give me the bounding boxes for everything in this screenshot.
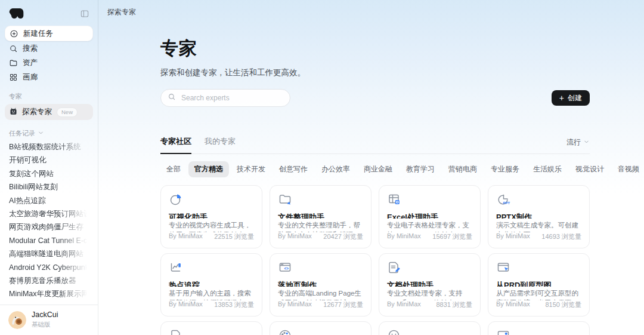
card-views: 12677 浏览量 [323, 300, 363, 309]
task-item[interactable]: 复刻这个网站 [9, 167, 89, 180]
task-item[interactable]: Bilibili网站复刻 [9, 180, 89, 193]
expert-card[interactable]: 可视化助手 专业的视觉内容生成工具，使用AI图像生成从零创建演示文稿、信息图、.… [160, 185, 262, 248]
task-item[interactable]: 太空旅游奢华预订网站设计 [9, 207, 89, 220]
sidebar-header [5, 5, 93, 26]
minimax-logo-icon [8, 7, 24, 20]
card-description: 专业电子表格处理专家，支持 Excel/XLSX 的创建、编辑、数据分... [387, 221, 472, 232]
browser-cursor-icon [496, 260, 581, 275]
folder-icon [9, 59, 18, 67]
sidebar-item-assets[interactable]: 资产 [5, 56, 93, 70]
search-input[interactable] [180, 93, 283, 103]
category-pill[interactable]: 音视频 [612, 161, 644, 177]
category-pill[interactable]: 商业金融 [358, 161, 398, 177]
card-views: 14693 浏览量 [541, 232, 581, 241]
expert-card[interactable]: 图像创作 [488, 321, 590, 335]
category-pill[interactable]: 视觉设计 [569, 161, 610, 177]
plus-icon: + [559, 94, 564, 102]
category-pill[interactable]: 专业服务 [485, 161, 525, 177]
card-description: 基于用户输入的主题，搜索最新信源、挖掘近期爆点话题，并生成高质... [169, 289, 254, 300]
ppt-icon: PPT [496, 192, 581, 207]
card-title: 热点追踪 [169, 280, 254, 287]
category-pill[interactable]: 创意写作 [273, 161, 314, 177]
search-box[interactable] [160, 89, 290, 107]
task-item[interactable]: B站视频数据统计系统 [9, 140, 89, 153]
svg-text:<>: <> [284, 266, 289, 271]
category-pill[interactable]: 办公效率 [315, 161, 356, 177]
topbar: 探索专家 [98, 0, 644, 24]
task-item[interactable]: Modular Cat Tunnel E-co... [9, 234, 89, 247]
expert-card[interactable]: 文档处理助手 专业文档处理专家，支持 PDF 和 DOCX 的创建、转换、提取和… [379, 253, 481, 316]
card-title: Excel处理助手 [387, 212, 472, 219]
task-item[interactable]: MiniMax年度更新展示网站 [9, 287, 89, 300]
browser-code-icon: <> [278, 260, 363, 275]
category-pill[interactable]: 生活娱乐 [527, 161, 568, 177]
expert-card[interactable]: Icon制作 [270, 321, 371, 335]
task-item[interactable]: 网页游戏肉鸽僵尸生存 [9, 220, 89, 233]
card-author: By MiniMax [387, 232, 421, 241]
page-title: 专家 [160, 36, 590, 61]
card-views: 20427 浏览量 [323, 232, 363, 241]
card-description: 专业的文件夹整理助手，帮助用户安全地整理和清理文件夹。在清理前自... [278, 221, 363, 232]
category-pill[interactable]: 全部 [160, 161, 187, 177]
new-badge: New [57, 107, 78, 117]
sidebar-item-search[interactable]: 搜索 [5, 41, 93, 56]
search-row: + 创建 [160, 89, 590, 107]
card-description: 从产品需求到可交互原型的完整工作流。当用户需要：1) 撰写产品需求... [496, 289, 581, 300]
category-pill[interactable]: 技术开发 [231, 161, 271, 177]
tabs-row: 专家社区我的专家 流行 [160, 136, 590, 154]
task-list: B站视频数据统计系统开销可视化复刻这个网站Bilibili网站复刻AI热点追踪太… [5, 140, 93, 301]
main-area: 探索专家 专家 探索和创建专家，让生活和工作更高效。 + 创建 专家社区我的专家… [98, 0, 644, 335]
breadcrumb: 探索专家 [107, 7, 136, 17]
card-description: 专业的视觉内容生成工具，使用AI图像生成从零创建演示文稿、信息图、... [169, 221, 254, 232]
sidebar-item-new-task[interactable]: 新建任务 [5, 26, 93, 41]
tasks-section-toggle[interactable]: 任务记录 [5, 129, 93, 138]
spreadsheet-icon [387, 192, 472, 207]
expert-card[interactable]: <> 落地页制作 专业的高端Landing Page生成工具，创建视觉震撼、设计… [270, 253, 371, 316]
folder-move-icon [278, 192, 363, 207]
app: 新建任务 搜索 资产 画廊 专家 探索专家 New 任务记录 B站视频数据统计系… [0, 0, 644, 335]
sidebar-item-explore-experts[interactable]: 探索专家 New [5, 104, 93, 120]
create-button-label: 创建 [568, 93, 582, 103]
plus-circle-icon [10, 29, 18, 38]
sidebar: 新建任务 搜索 资产 画廊 专家 探索专家 New 任务记录 B站视频数据统计系… [0, 0, 98, 335]
avatar [8, 311, 26, 329]
card-author: By MiniMax [278, 300, 312, 309]
tab[interactable]: 专家社区 [160, 136, 191, 154]
page-subtitle: 探索和创建专家，让生活和工作更高效。 [160, 67, 590, 78]
smiley-icon [387, 328, 472, 335]
expert-card[interactable]: 热点追踪 基于用户输入的主题，搜索最新信源、挖掘近期爆点话题，并生成高质... … [160, 253, 262, 316]
card-title: 从PRD到原型图 [496, 280, 581, 287]
collapse-sidebar-icon[interactable] [80, 9, 89, 19]
card-views: 22515 浏览量 [214, 232, 254, 241]
card-description: 专业的高端Landing Page生成工具，创建视觉震撼、设计精良的网页。 [278, 289, 363, 300]
user-profile[interactable]: JackCui 基础版 [0, 305, 98, 329]
category-pill[interactable]: 官方精选 [188, 161, 229, 177]
card-views: 15697 浏览量 [432, 232, 472, 241]
task-item[interactable]: AI热点追踪 [9, 194, 89, 207]
tab[interactable]: 我的专家 [205, 136, 236, 153]
search-icon [9, 44, 18, 53]
card-views: 8150 浏览量 [545, 300, 581, 309]
expert-card[interactable]: 从PRD到原型图 从产品需求到可交互原型的完整工作流。当用户需要：1) 撰写产品… [488, 253, 590, 316]
card-author: By MiniMax [278, 232, 312, 241]
robot-icon [9, 107, 18, 118]
card-title: 可视化助手 [169, 212, 254, 219]
expert-card[interactable]: 文件整理助手 专业的文件夹整理助手，帮助用户安全地整理和清理文件夹。在清理前自.… [270, 185, 371, 248]
category-pill[interactable]: 教育学习 [400, 161, 441, 177]
create-button[interactable]: + 创建 [552, 90, 590, 106]
sort-dropdown[interactable]: 流行 [566, 137, 590, 153]
chevron-down-icon [583, 139, 590, 147]
expert-card[interactable]: Excel处理助手 专业电子表格处理专家，支持 Excel/XLSX 的创建、编… [379, 185, 481, 248]
task-item[interactable]: Android Y2K Cyberpunk UI [9, 261, 89, 274]
expert-card[interactable]: GIF动图表情包 [379, 321, 481, 335]
grid-icon [9, 73, 18, 82]
sidebar-item-gallery[interactable]: 画廊 [5, 70, 93, 84]
task-item[interactable]: 高端猫咪隧道电商网站 [9, 247, 89, 260]
card-author: By MiniMax [169, 300, 203, 309]
expert-card[interactable]: 故事视频生成 [160, 321, 262, 335]
palette-icon [278, 328, 363, 335]
task-item[interactable]: 赛博朋克音乐播放器 [9, 274, 89, 287]
category-pill[interactable]: 营销电商 [442, 161, 483, 177]
task-item[interactable]: 开销可视化 [9, 153, 89, 167]
expert-card[interactable]: PPT PPTX制作 演示文稿生成专家。可创建专业的多页 HTML-PPT 演示… [488, 185, 590, 248]
